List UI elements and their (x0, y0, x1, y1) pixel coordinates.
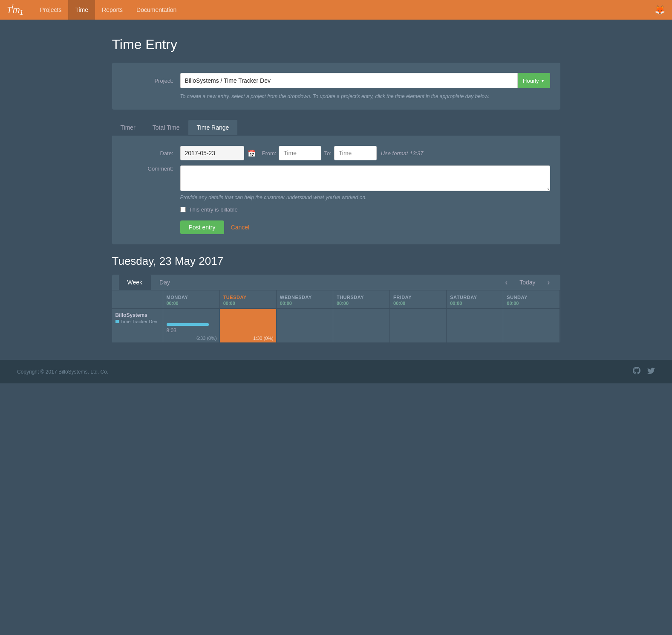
task-dot-icon (115, 320, 119, 323)
row-project-name: BilloSystems (115, 312, 159, 318)
project-input-wrap: Hourly ▼ (180, 73, 550, 88)
cancel-button[interactable]: Cancel (231, 224, 250, 231)
comment-label: Comment: (122, 165, 173, 172)
time-range-card: Date: 📅 From: To: Use format 13:37 Comme… (112, 136, 560, 244)
billable-row: This entry is billable (180, 206, 550, 213)
prev-week-button[interactable]: ‹ (502, 276, 511, 289)
project-input[interactable] (180, 73, 518, 88)
cal-header-wednesday: WEDNESDAY 00:00 (277, 290, 333, 309)
footer-copyright: Copyright © 2017 BilloSystems, Ltd. Co. (17, 369, 108, 375)
logo-sup: i (12, 3, 13, 11)
tuesday-time: 00:00 (223, 301, 273, 306)
monday-time-bar (167, 323, 209, 326)
tab-day[interactable]: Day (151, 275, 179, 290)
project-row: Project: Hourly ▼ (122, 73, 550, 88)
logo-sub: 1 (20, 8, 23, 16)
cal-header-friday: FRIDAY 00:00 (390, 290, 447, 309)
cal-cell-tuesday[interactable]: 1:30 (0%) (220, 309, 277, 343)
project-label: Project: (122, 78, 173, 84)
cal-header-saturday: SATURDAY 00:00 (447, 290, 503, 309)
cal-cell-wednesday[interactable] (277, 309, 333, 343)
tuesday-label: TUESDAY (223, 295, 273, 300)
cal-corner (112, 290, 163, 309)
hourly-label: Hourly (523, 78, 539, 84)
sunday-label: SUNDAY (507, 295, 556, 300)
row-task-name: Time Tracker Dev (115, 319, 159, 324)
github-icon[interactable] (633, 367, 640, 377)
user-menu[interactable]: 🦊 (655, 5, 665, 15)
project-hint: To create a new entry, select a project … (180, 93, 550, 99)
cal-header-thursday: THURSDAY 00:00 (333, 290, 390, 309)
comment-textarea[interactable] (180, 165, 550, 191)
comment-row: Comment: (122, 165, 550, 191)
saturday-time: 00:00 (450, 301, 499, 306)
main-content: Time Entry Project: Hourly ▼ To create a… (102, 20, 571, 360)
thursday-time: 00:00 (337, 301, 386, 306)
date-label: Date: (122, 150, 173, 157)
tab-week[interactable]: Week (119, 275, 151, 290)
comment-hint: Provide any details that can help the cu… (180, 194, 550, 200)
nav-projects[interactable]: Projects (33, 0, 69, 20)
entry-tabs: Timer Total Time Time Range (112, 120, 560, 136)
nav-time[interactable]: Time (68, 0, 95, 20)
wednesday-label: WEDNESDAY (280, 295, 329, 300)
tab-timer[interactable]: Timer (112, 120, 144, 135)
date-row: Date: 📅 From: To: Use format 13:37 (122, 146, 550, 160)
cal-cell-thursday[interactable] (333, 309, 390, 343)
cal-header-monday: MONDAY 00:00 (163, 290, 220, 309)
post-entry-button[interactable]: Post entry (180, 220, 224, 234)
time-format-hint: Use format 13:37 (381, 150, 424, 157)
wednesday-time: 00:00 (280, 301, 329, 306)
billable-label[interactable]: This entry is billable (189, 206, 238, 213)
task-label: Time Tracker Dev (121, 319, 157, 324)
cal-header-tuesday: TUESDAY 00:00 (220, 290, 277, 309)
saturday-label: SATURDAY (450, 295, 499, 300)
action-buttons: Post entry Cancel (180, 220, 550, 234)
calendar-nav: ‹ Today › (502, 276, 553, 289)
next-week-button[interactable]: › (544, 276, 554, 289)
nav-links: Projects Time Reports Documentation (33, 0, 655, 20)
monday-total: 6:33 (0%) (196, 336, 217, 341)
cal-cell-saturday[interactable] (447, 309, 503, 343)
thursday-label: THURSDAY (337, 295, 386, 300)
nav-reports[interactable]: Reports (95, 0, 130, 20)
from-time-input[interactable] (279, 146, 321, 160)
calendar-grid: MONDAY 00:00 TUESDAY 00:00 WEDNESDAY 00:… (112, 290, 560, 343)
today-button[interactable]: Today (516, 277, 539, 287)
app-logo: Tim1 (7, 3, 23, 17)
nav-documentation[interactable]: Documentation (130, 0, 183, 20)
hourly-dropdown-button[interactable]: Hourly ▼ (518, 73, 550, 88)
cal-header-sunday: SUNDAY 00:00 (503, 290, 560, 309)
calendar-grid-wrap: MONDAY 00:00 TUESDAY 00:00 WEDNESDAY 00:… (112, 290, 560, 343)
cal-cell-monday[interactable]: 8:03 6:33 (0%) (163, 309, 220, 343)
billable-checkbox[interactable] (180, 207, 186, 212)
calendar-section-title: Tuesday, 23 May 2017 (112, 255, 560, 268)
monday-time: 00:00 (167, 301, 216, 306)
cal-row-label: BilloSystems Time Tracker Dev (112, 309, 163, 343)
to-time-input[interactable] (334, 146, 377, 160)
friday-time: 00:00 (393, 301, 443, 306)
to-label: To: (324, 150, 331, 157)
from-label: From: (262, 150, 277, 157)
navbar: Tim1 Projects Time Reports Documentation… (0, 0, 672, 20)
page-footer: Copyright © 2017 BilloSystems, Ltd. Co. (0, 360, 672, 383)
page-title: Time Entry (112, 37, 560, 52)
calendar-icon[interactable]: 📅 (248, 149, 256, 157)
tuesday-total: 1:30 (0%) (253, 336, 274, 341)
friday-label: FRIDAY (393, 295, 443, 300)
cal-cell-sunday[interactable] (503, 309, 560, 343)
project-card: Project: Hourly ▼ To create a new entry,… (112, 63, 560, 110)
cal-cell-friday[interactable] (390, 309, 447, 343)
tab-time-range[interactable]: Time Range (188, 120, 238, 135)
hourly-caret-icon: ▼ (541, 78, 545, 83)
monday-label: MONDAY (167, 295, 216, 300)
sunday-time: 00:00 (507, 301, 556, 306)
twitter-icon[interactable] (647, 367, 655, 377)
footer-icons (633, 367, 655, 377)
view-tabs: Week Day ‹ Today › (112, 275, 560, 290)
tab-total-time[interactable]: Total Time (144, 120, 188, 135)
monday-bar-time: 8:03 (165, 328, 218, 333)
date-input[interactable] (180, 146, 244, 160)
